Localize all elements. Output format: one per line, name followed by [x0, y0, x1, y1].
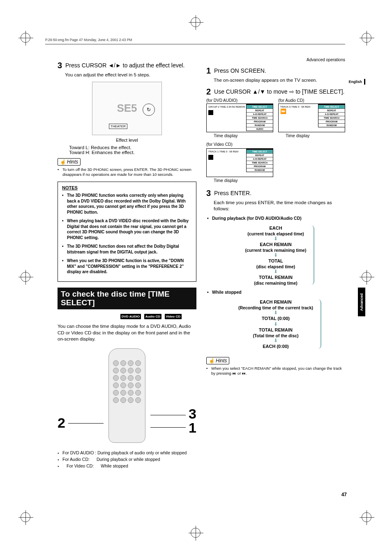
for-dvd-audio: For DVD AUDIO : During playback of audio… — [58, 450, 196, 455]
hint-item-r: When you select "EACH REMAIN" while stop… — [206, 366, 345, 377]
phonic-theater: THEATER — [109, 124, 127, 129]
step-3r-sub: Each time you press ENTER, the time mode… — [214, 200, 345, 212]
stop-icon — [208, 155, 213, 160]
disc-badges: DVD AUDIO Audio CD Video CD — [58, 312, 182, 319]
step-2-title: 2 Use CURSOR ▲/▼ to move ⇨ to [TIME SELE… — [206, 87, 345, 97]
step-num-3r: 3 — [206, 189, 211, 198]
crop-mark — [362, 33, 371, 43]
remote-illustration: 2 3 1 — [58, 346, 196, 449]
step-3-sub: You can adjust the effect level in 5 ste… — [65, 72, 196, 78]
toward-h: Toward H: Enhances the effect. — [69, 150, 196, 155]
osd-menu-cd: CD CONTROL TIME SELECT REPEAT A-B REPEAT… — [318, 104, 345, 127]
down-arrow-icon: ⬇ — [238, 338, 313, 343]
hints-label: Hints — [58, 158, 81, 166]
crop-mark — [21, 272, 30, 282]
callout-1: 1 — [189, 421, 196, 435]
toward-l: Toward L: Reduces the effect. — [69, 145, 196, 150]
crop-mark — [191, 17, 201, 27]
step-1-sub: The on-screen display appears on the TV … — [214, 77, 345, 84]
hints-label-r: Hints — [206, 357, 229, 364]
step-num-1: 1 — [206, 66, 211, 75]
right-column: Advanced operations 1 Press ON SCREEN. T… — [206, 58, 345, 468]
notes-title: NOTES — [62, 185, 192, 190]
callout-2: 2 — [58, 415, 65, 431]
badge-audio-cd: Audio CD — [144, 314, 161, 319]
cycle-playback: EACH (current track elapsed time) ⬇ EACH… — [206, 223, 345, 287]
effect-level-caption: Effect level — [58, 138, 196, 143]
callout-31: 3 1 — [189, 407, 196, 435]
during-playback: During playback (for DVD AUDIO/Audio CD) — [206, 216, 345, 221]
callout-3: 3 — [189, 407, 196, 421]
remote-body — [108, 348, 145, 443]
badge-video-cd: Video CD — [165, 314, 182, 319]
crop-mark — [191, 528, 201, 538]
section-intro: You can choose the time display mode for… — [58, 323, 196, 343]
phonic-illustration: SE5 THEATER ↻ Effect level — [58, 82, 196, 143]
osd-audio-cd: TRACK 6 TIME 0 : 58 REM ⏩ CD CONTROL TIM… — [278, 104, 345, 132]
step-3-text: Press CURSOR ◄/► to adjust the effect le… — [65, 62, 184, 69]
crop-mark — [21, 512, 30, 522]
effect-dial-icon: ↻ — [143, 104, 155, 116]
note-4: When you set the 3D PHONIC function is a… — [62, 258, 192, 275]
down-arrow-icon: ⬇ — [245, 253, 307, 258]
down-arrow-icon: ⬇ — [238, 322, 313, 327]
down-arrow-icon: ⬇ — [245, 236, 307, 241]
breadcrumb: Advanced operations — [206, 58, 345, 62]
osd-label-cd: (for Audio CD) — [278, 98, 345, 103]
for-video-cd: For Video CD: While stopped — [58, 463, 196, 468]
side-section-tab: Advanced operations — [358, 288, 365, 316]
osd-label-dvd: (for DVD AUDIO) — [206, 98, 273, 103]
step-3r-text: Press ENTER. — [214, 190, 251, 196]
side-language-tab: English — [348, 79, 365, 85]
badge-dvd-audio: DVD AUDIO — [120, 314, 141, 319]
while-stopped: While stopped — [206, 290, 345, 295]
phonic-label: SE5 — [117, 102, 137, 115]
crop-mark — [362, 512, 371, 522]
step-3r-title: 3 Press ENTER. — [206, 189, 345, 198]
down-arrow-icon: ⬇ — [245, 269, 307, 274]
time-display-label: Time display — [214, 133, 273, 138]
step-num-3: 3 — [58, 61, 62, 70]
hint-item: To turn off the 3D PHONIC screen, press … — [58, 167, 196, 178]
osd-dvd-audio: GROUP 2 TIME 2:34:56 REMAIN DVD CONTROL … — [206, 104, 273, 132]
step-1-title: 1 Press ON SCREEN. — [206, 66, 345, 76]
note-1: The 3D PHONIC function works correctly o… — [62, 193, 192, 215]
note-2: When playing back a DVD VIDEO disc recor… — [62, 218, 192, 240]
step-1-text: Press ON SCREEN. — [214, 67, 266, 74]
time-display-label: Time display — [214, 178, 273, 183]
stop-icon — [208, 110, 213, 115]
for-audio-cd: For Audio CD: During playback or while s… — [58, 457, 196, 462]
left-column: 3 Press CURSOR ◄/► to adjust the effect … — [58, 58, 196, 468]
step-2-text: Use CURSOR ▲/▼ to move ⇨ to [TIME SELECT… — [214, 88, 344, 95]
step-3-title: 3 Press CURSOR ◄/► to adjust the effect … — [58, 61, 196, 70]
osd-menu-vcd: VCD CONTROL TIME SELECT REPEAT A-B REPEA… — [246, 148, 273, 172]
time-display-label: Time display — [286, 133, 345, 138]
page-number: 47 — [341, 492, 347, 497]
osd-video-cd: TRACK 1 TIME 0 : 58 REM VCD CONTROL TIME… — [206, 148, 273, 177]
crop-mark — [21, 33, 30, 43]
doc-header: P.29-50-eng.fm Page 47 Monday, June 4, 2… — [45, 38, 345, 44]
section-title: To check the disc time [TIME SELECT] — [58, 288, 196, 310]
cycle-stopped: EACH REMAIN (Recording time of the curre… — [206, 297, 345, 351]
crop-mark — [362, 272, 371, 282]
osd-menu-dvd: DVD CONTROL TIME SELECT REPEAT A-B REPEA… — [246, 104, 273, 131]
step-num-2: 2 — [206, 87, 211, 96]
notes-box: NOTES The 3D PHONIC function works corre… — [58, 182, 196, 282]
down-arrow-icon: ⬇ — [238, 310, 313, 315]
osd-label-vcd: (for Video CD) — [206, 142, 345, 147]
note-3: The 3D PHONIC function does not affect t… — [62, 244, 192, 255]
